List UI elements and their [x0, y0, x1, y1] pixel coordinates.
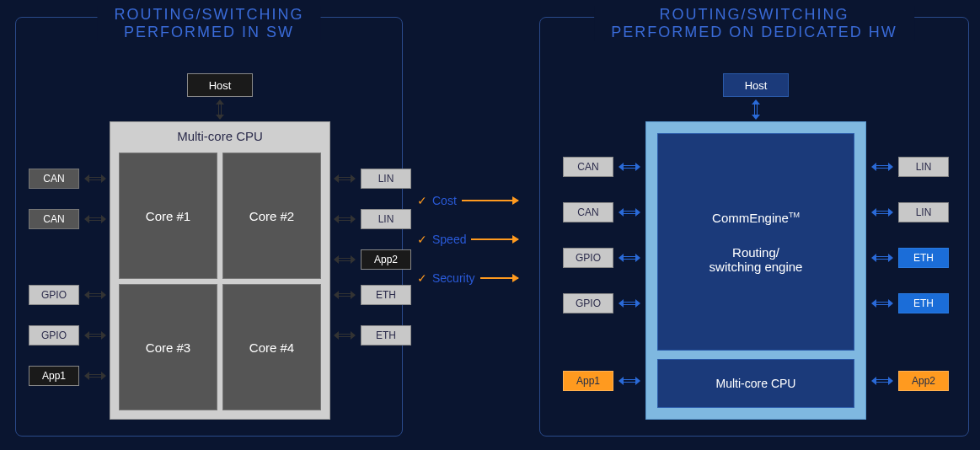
host-box-sw: Host [187, 73, 253, 97]
comm-engine-box: CommEngineTM Routing/ switching engine [657, 133, 854, 351]
mid-row-security: ✓ Security [417, 271, 518, 285]
core-1: Core #1 [119, 153, 217, 279]
port-label: CAN [577, 161, 598, 173]
port-chip-eth: ETH [361, 285, 411, 305]
core-4: Core #4 [222, 284, 321, 410]
title-line2: PERFORMED IN SW [115, 24, 304, 41]
cpu-frame-sw: Multi-core CPU Core #1 Core #2 Core #3 C… [110, 121, 330, 420]
port-label: LIN [378, 173, 394, 185]
port-label: CAN [43, 173, 64, 185]
port-chip-eth: ETH [361, 325, 411, 346]
cpu-title: Multi-core CPU [110, 122, 329, 147]
port-chip-eth: ETH [898, 293, 949, 313]
port-chip-gpio: GPIO [29, 325, 79, 346]
bidir-arrow-icon [334, 254, 356, 265]
port-label: LIN [916, 206, 932, 218]
panel-sw-title: ROUTING/SWITCHING PERFORMED IN SW [98, 6, 321, 41]
port-label: CAN [577, 206, 598, 218]
port-chip-gpio: GPIO [29, 285, 79, 305]
port-label: GPIO [576, 297, 601, 309]
port-label: ETH [913, 252, 934, 264]
port-chip-lin: LIN [361, 169, 411, 189]
port-label: GPIO [576, 252, 601, 264]
multi-core-cpu-hw: Multi-core CPU [657, 359, 854, 408]
bidir-arrow-icon [84, 329, 106, 341]
bidir-arrow-icon [84, 213, 106, 225]
port-label: CAN [43, 213, 64, 225]
port-chip-lin: LIN [898, 202, 949, 222]
port-chip-gpio: GPIO [563, 248, 613, 268]
engine-name-row: CommEngineTM [712, 211, 800, 225]
host-box-hw: Host [723, 73, 789, 97]
mid-row-speed: ✓ Speed [417, 233, 518, 246]
arrow-right-icon [462, 200, 518, 201]
bidir-arrow-icon [334, 329, 356, 341]
port-chip-lin: LIN [898, 157, 949, 177]
check-icon: ✓ [417, 271, 427, 285]
port-label: ETH [376, 329, 396, 341]
check-icon: ✓ [417, 233, 427, 246]
host-label: Host [745, 79, 768, 92]
bidir-arrow-icon [334, 213, 356, 225]
bidir-arrow-icon [619, 375, 640, 387]
title-line1: ROUTING/SWITCHING [115, 6, 304, 23]
engine-name: CommEngine [712, 211, 789, 225]
port-chip-app1: App1 [29, 366, 79, 386]
tm-mark: TM [789, 211, 800, 219]
host-label: Host [209, 79, 232, 92]
port-chip-app2: App2 [898, 371, 949, 391]
engine-desc-l2: switching engine [710, 260, 803, 274]
bidir-arrow-icon [871, 161, 893, 173]
port-label: GPIO [41, 329, 67, 341]
port-chip-can: CAN [29, 209, 79, 229]
port-chip-lin: LIN [361, 209, 411, 229]
port-label: App2 [912, 375, 935, 387]
bidir-arrow-icon [871, 375, 893, 387]
port-chip-app2: App2 [361, 249, 411, 270]
bidir-arrow-icon [334, 173, 356, 185]
port-label: ETH [913, 297, 934, 309]
port-label: GPIO [41, 289, 67, 301]
port-chip-can: CAN [563, 157, 613, 177]
port-label: LIN [378, 213, 394, 225]
mid-label: Speed [432, 233, 466, 246]
engine-desc-l1: Routing/ [732, 245, 779, 260]
core-2: Core #2 [222, 153, 321, 279]
mid-label: Security [432, 271, 475, 285]
bidir-arrow-v-icon [750, 99, 762, 120]
bidir-arrow-v-icon [214, 99, 226, 120]
core-3: Core #3 [119, 284, 217, 410]
port-label: App1 [576, 375, 600, 387]
bidir-arrow-icon [871, 252, 893, 264]
mid-row-cost: ✓ Cost [417, 194, 518, 207]
bidir-arrow-icon [619, 252, 640, 264]
bidir-arrow-icon [871, 297, 893, 309]
bidir-arrow-icon [84, 173, 106, 185]
bidir-arrow-icon [84, 289, 106, 301]
title-line2: PERFORMED ON DEDICATED HW [611, 24, 897, 41]
port-label: App2 [374, 254, 398, 265]
mid-label: Cost [432, 194, 457, 207]
bidir-arrow-icon [619, 206, 640, 218]
port-chip-gpio: GPIO [563, 293, 613, 313]
arrow-right-icon [480, 277, 518, 279]
port-label: App1 [42, 370, 66, 382]
port-chip-eth: ETH [898, 248, 949, 268]
bidir-arrow-icon [334, 289, 356, 301]
arrow-right-icon [471, 238, 518, 240]
port-chip-can: CAN [29, 169, 79, 189]
mc-cpu-label: Multi-core CPU [716, 377, 796, 390]
bidir-arrow-icon [871, 206, 893, 218]
port-chip-can: CAN [563, 202, 613, 222]
core-grid: Core #1 Core #2 Core #3 Core #4 [119, 153, 321, 410]
port-chip-app1: App1 [563, 371, 613, 391]
title-line1: ROUTING/SWITCHING [659, 6, 849, 23]
check-icon: ✓ [417, 194, 427, 207]
port-label: ETH [376, 289, 396, 301]
bidir-arrow-icon [619, 161, 640, 173]
comparison-middle: ✓ Cost ✓ Speed ✓ Security [417, 194, 518, 310]
panel-hw-title: ROUTING/SWITCHING PERFORMED ON DEDICATED… [594, 6, 914, 41]
bidir-arrow-icon [84, 370, 106, 382]
bidir-arrow-icon [619, 297, 640, 309]
port-label: LIN [916, 161, 932, 173]
